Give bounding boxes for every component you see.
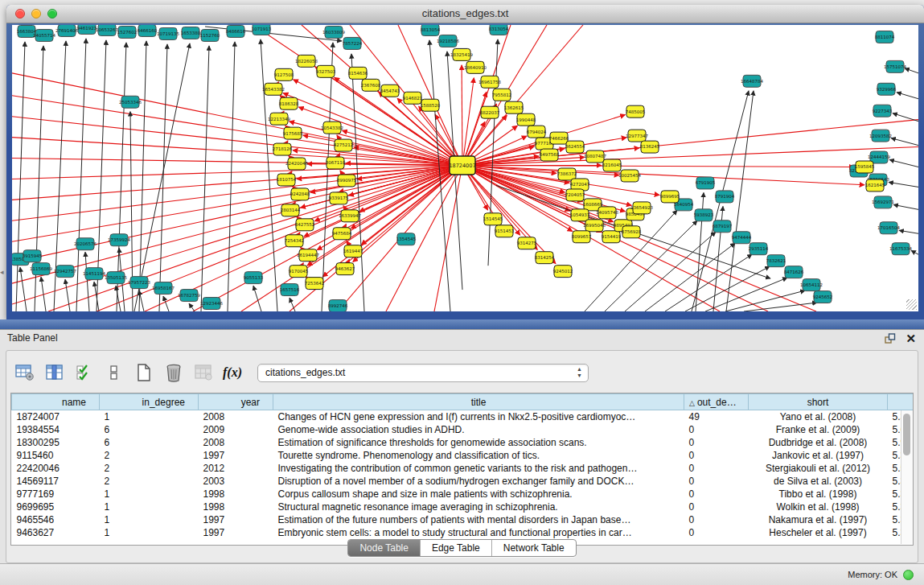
- network-canvas[interactable]: 1663804240557142769140694619231065326715…: [12, 25, 918, 311]
- graph-node[interactable]: 12923446: [200, 298, 223, 310]
- graph-node[interactable]: 6791905: [696, 177, 716, 189]
- graph-node[interactable]: 8313054: [489, 25, 509, 35]
- table-cell[interactable]: 9699695: [12, 501, 100, 513]
- graph-node[interactable]: 3067110: [326, 157, 346, 169]
- graph-node[interactable]: 9245652: [813, 291, 832, 303]
- graph-node[interactable]: 1653380: [181, 27, 201, 39]
- graph-node[interactable]: 19218586: [437, 35, 459, 47]
- graph-node[interactable]: 8486616: [226, 25, 246, 37]
- graph-node[interactable]: 14095748: [596, 207, 618, 219]
- table-cell[interactable]: 0: [684, 488, 749, 501]
- graph-node[interactable]: 16958167: [152, 282, 175, 295]
- table-cell[interactable]: 2008: [199, 410, 273, 424]
- edge[interactable]: [159, 44, 167, 311]
- graph-node[interactable]: 8756928: [622, 226, 642, 238]
- hub-node[interactable]: 18724007: [449, 156, 475, 175]
- graph-node[interactable]: 8099657: [572, 231, 592, 243]
- edge[interactable]: [889, 182, 918, 187]
- table-cell[interactable]: Embryonic stem cells: a model to study s…: [273, 526, 684, 539]
- edge[interactable]: [462, 78, 474, 166]
- table-cell[interactable]: 1: [100, 501, 199, 513]
- table-cell[interactable]: Estimation of the future numbers of pati…: [273, 513, 684, 526]
- graph-node[interactable]: 1071913: [252, 25, 272, 35]
- graph-node[interactable]: 11156869: [30, 263, 52, 275]
- graph-node[interactable]: 11675334: [889, 243, 912, 255]
- table-cell[interactable]: 9115460: [12, 449, 100, 462]
- graph-node[interactable]: 17359924: [108, 234, 130, 246]
- column-header-short[interactable]: short: [749, 394, 888, 410]
- graph-node[interactable]: 16648784: [741, 75, 763, 87]
- graph-node[interactable]: 6466160: [138, 25, 158, 36]
- edge[interactable]: [201, 46, 209, 311]
- column-header-title[interactable]: title: [273, 394, 684, 410]
- tab-edge-table[interactable]: Edge Table: [420, 540, 491, 556]
- graph-node[interactable]: 3624554: [565, 141, 585, 153]
- graph-node[interactable]: 1990448: [516, 113, 536, 126]
- close-panel-icon[interactable]: ✕: [906, 332, 916, 345]
- table-cell[interactable]: 14569117: [12, 475, 100, 488]
- graph-node[interactable]: 16033809: [322, 26, 345, 38]
- graph-node[interactable]: 1354545: [396, 233, 417, 245]
- table-cell[interactable]: 1: [100, 410, 199, 424]
- graph-node[interactable]: 8136245: [640, 141, 660, 153]
- graph-node[interactable]: 8186328: [279, 97, 299, 109]
- table-cell[interactable]: 1: [100, 513, 199, 526]
- table-row[interactable]: 2242004622012Investigating the contribut…: [12, 462, 914, 475]
- graph-node[interactable]: 10543382: [321, 122, 343, 134]
- row-checks-icon[interactable]: [74, 362, 95, 383]
- graph-node[interactable]: 9146821: [403, 92, 422, 104]
- table-cell[interactable]: Corpus callosum shape and size in male p…: [273, 488, 684, 501]
- new-document-icon[interactable]: [133, 362, 154, 383]
- graph-node[interactable]: 8822037: [480, 106, 500, 118]
- edge[interactable]: [163, 296, 169, 311]
- graph-node[interactable]: 11451194: [83, 268, 105, 280]
- table-cell[interactable]: 6: [100, 436, 199, 449]
- graph-node[interactable]: 9151453: [495, 225, 515, 237]
- tab-node-table[interactable]: Node Table: [348, 540, 420, 556]
- column-header-pagerank[interactable]: pagerank: [888, 394, 914, 410]
- graph-node[interactable]: 1362615: [504, 101, 524, 113]
- table-row[interactable]: 969969511998Structural magnetic resonanc…: [12, 501, 914, 513]
- graph-node[interactable]: 9463627: [335, 263, 355, 275]
- window-titlebar[interactable]: citations_edges.txt: [6, 5, 924, 23]
- graph-node[interactable]: 2935114: [749, 243, 769, 255]
- graph-node[interactable]: 10719135: [157, 27, 179, 39]
- column-header-year[interactable]: year: [199, 394, 273, 410]
- edge[interactable]: [889, 160, 918, 167]
- table-cell[interactable]: 0: [684, 501, 749, 513]
- graph-node[interactable]: 8454743: [380, 84, 400, 97]
- graph-node[interactable]: 7254342: [285, 235, 304, 247]
- table-cell[interactable]: 2: [100, 462, 199, 475]
- graph-node[interactable]: 27691406: [55, 25, 78, 36]
- graph-node[interactable]: 7857224: [343, 37, 363, 49]
- table-cell[interactable]: 0: [684, 513, 749, 526]
- graph-node[interactable]: 13505135: [105, 272, 127, 284]
- graph-node[interactable]: 24055714: [33, 29, 55, 41]
- edge[interactable]: [462, 166, 570, 212]
- graph-node[interactable]: 1588520: [421, 99, 441, 111]
- graph-node[interactable]: 25053346: [119, 96, 142, 108]
- graph-node[interactable]: 9474444: [732, 232, 752, 244]
- table-cell[interactable]: 2008: [199, 436, 273, 449]
- graph-node[interactable]: 18640910: [464, 61, 487, 73]
- edge[interactable]: [897, 93, 918, 99]
- edge[interactable]: [725, 290, 805, 311]
- select-columns-icon[interactable]: [44, 362, 65, 383]
- graph-node[interactable]: 8813054: [421, 25, 441, 35]
- table-cell[interactable]: 0: [684, 436, 749, 449]
- graph-node[interactable]: 12093582: [869, 130, 892, 142]
- table-cell[interactable]: 0: [684, 449, 749, 462]
- table-cell[interactable]: Changes of HCN gene expression and I(f) …: [273, 410, 684, 424]
- graph-node[interactable]: 1152760: [200, 29, 220, 41]
- canvas-resize-handle[interactable]: [906, 299, 917, 310]
- graph-node[interactable]: 4275212: [334, 139, 353, 151]
- edge[interactable]: [645, 243, 735, 311]
- graph-node[interactable]: 2367608: [361, 79, 381, 91]
- table-cell[interactable]: 2: [100, 449, 199, 462]
- graph-node[interactable]: 16543382: [262, 83, 285, 95]
- graph-node[interactable]: 6794024: [527, 126, 547, 138]
- table-cell[interactable]: 19384554: [12, 423, 100, 436]
- table-cell[interactable]: Genome-wide association studies in ADHD.: [273, 423, 684, 436]
- column-header-name[interactable]: name: [12, 394, 100, 410]
- graph-node[interactable]: 1621645: [865, 179, 885, 192]
